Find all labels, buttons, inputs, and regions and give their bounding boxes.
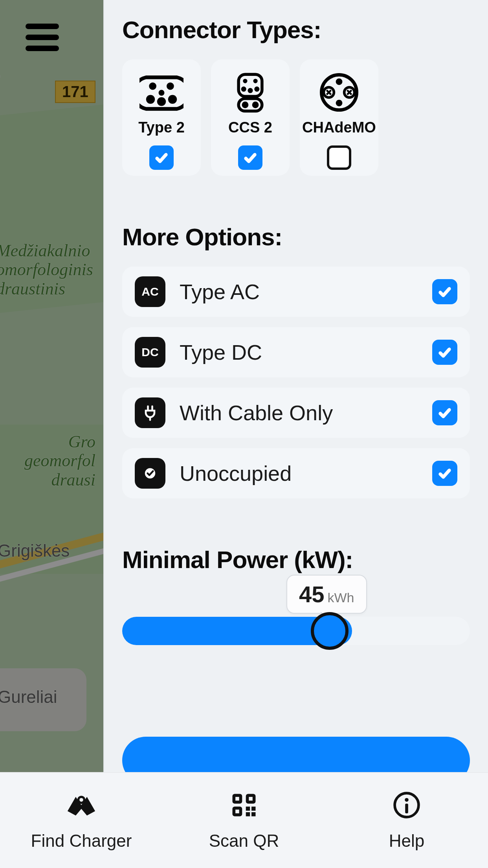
- svg-rect-6: [238, 74, 262, 96]
- option-checkbox-type-ac[interactable]: [432, 279, 457, 304]
- minimal-power-title: Minimal Power (kW):: [122, 546, 470, 574]
- svg-point-5: [168, 95, 177, 104]
- connector-card-ccs2[interactable]: CCS 2: [211, 59, 290, 176]
- tab-scan-qr[interactable]: Scan QR: [163, 773, 325, 868]
- connector-checkbox-type2[interactable]: [149, 145, 174, 170]
- option-label: Type DC: [180, 340, 432, 364]
- option-label: With Cable Only: [180, 401, 432, 425]
- option-row-type-dc[interactable]: DC Type DC: [122, 327, 470, 377]
- svg-rect-33: [246, 807, 250, 811]
- ac-badge-icon: AC: [135, 276, 165, 307]
- option-checkbox-unoccupied[interactable]: [432, 461, 457, 486]
- info-icon: [390, 790, 424, 820]
- tab-bar: Find Charger Scan QR Help: [0, 772, 488, 868]
- option-row-with-cable[interactable]: With Cable Only: [122, 388, 470, 438]
- option-label: Unoccupied: [180, 461, 432, 485]
- connector-types-title: Connector Types:: [122, 16, 470, 44]
- dc-badge-icon: DC: [135, 337, 165, 368]
- option-checkbox-type-dc[interactable]: [432, 340, 457, 365]
- power-slider[interactable]: 45 kWh: [122, 617, 470, 645]
- filter-panel: Connector Types: Type 2: [103, 0, 488, 772]
- connector-label: CCS 2: [228, 119, 272, 136]
- tab-label: Find Charger: [31, 831, 132, 851]
- slider-thumb[interactable]: [311, 612, 349, 650]
- svg-rect-35: [246, 812, 250, 816]
- svg-point-3: [146, 95, 155, 104]
- svg-point-13: [242, 101, 249, 108]
- connector-card-chademo[interactable]: CHAdeMO: [300, 59, 378, 176]
- option-checkbox-with-cable[interactable]: [432, 400, 457, 425]
- tab-label: Scan QR: [209, 831, 279, 851]
- connector-checkbox-chademo[interactable]: [327, 145, 351, 170]
- svg-point-26: [79, 798, 83, 802]
- svg-rect-39: [405, 804, 408, 813]
- svg-rect-32: [235, 809, 239, 813]
- connector-label: Type 2: [138, 119, 185, 136]
- svg-rect-36: [251, 812, 255, 816]
- svg-point-2: [159, 90, 165, 96]
- check-circle-icon: [135, 458, 165, 489]
- slider-track[interactable]: [122, 617, 470, 645]
- svg-point-7: [243, 79, 247, 83]
- svg-rect-30: [249, 797, 253, 801]
- svg-point-38: [405, 798, 409, 802]
- svg-point-8: [253, 79, 257, 83]
- tab-label: Help: [389, 831, 425, 851]
- plug-icon: [135, 397, 165, 428]
- option-row-unoccupied[interactable]: Unoccupied: [122, 448, 470, 498]
- option-row-type-ac[interactable]: AC Type AC: [122, 267, 470, 317]
- qr-icon: [227, 790, 261, 820]
- options-list: AC Type AC DC Type DC With Cable Only: [122, 267, 470, 498]
- connector-card-type2[interactable]: Type 2: [122, 59, 201, 176]
- power-tooltip: 45 kWh: [286, 575, 367, 614]
- power-unit: kWh: [328, 590, 354, 605]
- svg-rect-28: [235, 797, 239, 801]
- more-options-title: More Options:: [122, 223, 470, 251]
- svg-point-11: [254, 86, 259, 92]
- svg-point-9: [241, 86, 246, 92]
- option-label: Type AC: [180, 280, 432, 304]
- svg-point-0: [149, 83, 156, 90]
- connector-row: Type 2 CCS 2: [122, 59, 470, 176]
- connector-checkbox-ccs2[interactable]: [238, 145, 262, 170]
- svg-point-1: [167, 83, 174, 90]
- type2-icon: [139, 71, 183, 114]
- connector-label: CHAdeMO: [302, 119, 376, 136]
- map-pin-icon: [64, 790, 98, 820]
- menu-button[interactable]: [26, 24, 59, 50]
- chademo-icon: [317, 71, 361, 114]
- svg-rect-34: [251, 807, 255, 811]
- svg-point-17: [336, 100, 343, 107]
- power-value: 45: [299, 581, 325, 607]
- svg-point-10: [248, 88, 253, 93]
- app-root: 171 rve Medžiakalnioomorfologinisdrausti…: [0, 0, 488, 868]
- tab-find-charger[interactable]: Find Charger: [0, 773, 163, 868]
- svg-point-16: [336, 79, 343, 85]
- tab-help[interactable]: Help: [325, 773, 488, 868]
- svg-point-14: [252, 101, 259, 108]
- ccs2-icon: [228, 71, 272, 114]
- svg-point-4: [157, 97, 166, 106]
